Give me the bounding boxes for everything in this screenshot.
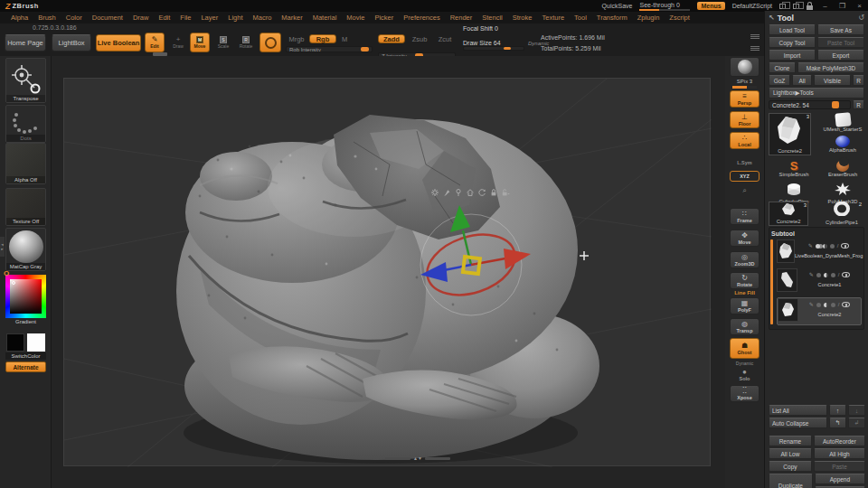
tool-item[interactable]: AlphaBrush [821, 136, 864, 154]
subtool-scroll-indicator[interactable] [770, 239, 773, 324]
boolean-intersect-icon[interactable] [831, 303, 835, 307]
zsub-button[interactable]: Zsub [408, 34, 431, 43]
tool-item[interactable]: UMesh_StarterS [821, 113, 864, 133]
subtool-row[interactable]: ✎ / Concrete1 [777, 268, 862, 296]
move-view-button[interactable]: ✥Move [730, 230, 760, 247]
make-polymesh3d-button[interactable]: Make PolyMesh3D [797, 62, 864, 73]
paste-subtool-button[interactable]: Paste [814, 461, 865, 472]
quicksave-button[interactable]: QuickSave [602, 3, 633, 9]
clone-button[interactable]: Clone [769, 62, 796, 73]
see-through-slider[interactable]: See-through 0 [639, 2, 690, 11]
layer-group-icon[interactable] [779, 4, 786, 9]
bottom-tray-divider[interactable]: ▲▼ [385, 456, 450, 461]
visibility-eye-icon[interactable] [842, 272, 850, 277]
color-ring-icon[interactable]: O [4, 269, 9, 277]
polypaint-icon[interactable]: / [838, 272, 840, 277]
gizmo-unlock-icon[interactable] [501, 188, 510, 197]
boolean-intersect-icon[interactable] [830, 244, 835, 249]
default-zscript-button[interactable]: DefaultZScript [732, 3, 772, 9]
boolean-union-icon[interactable] [816, 303, 821, 307]
goz-all-button[interactable]: All [792, 75, 812, 86]
polyframe-button[interactable]: ▦PolyF [730, 297, 760, 314]
menu-item[interactable]: Document [92, 14, 123, 22]
tool-panel-reset-icon[interactable]: ↺ [858, 14, 864, 22]
color-picker[interactable]: O Gradient [5, 273, 46, 325]
menu-item[interactable]: Preferences [403, 14, 439, 22]
edit-button[interactable]: ✎ Edit [145, 33, 165, 52]
secondary-color-swatch[interactable] [27, 333, 45, 352]
toolbar-mini-slider-2-icon[interactable] [750, 46, 760, 53]
menu-item[interactable]: Texture [542, 14, 564, 22]
focal-shift-knob[interactable] [504, 47, 511, 50]
tool-item[interactable]: S SimpleBrush [772, 160, 816, 178]
scale-button[interactable]: S Scale [213, 33, 233, 52]
menu-item[interactable]: Zplugin [637, 14, 660, 22]
rotate-view-button[interactable]: ↻Rotate [730, 272, 760, 289]
tool-item[interactable]: 3 Concrete2 [769, 202, 808, 226]
menu-item[interactable]: Material [313, 14, 337, 22]
move-subtool-up-button[interactable]: ↑ [829, 405, 846, 416]
rgb-intensity-slider[interactable]: Rgb Intensity [286, 46, 373, 52]
subtool-row[interactable]: ✎ / LiveBoolean_DynaMesh_Frog [777, 239, 862, 267]
ghost-button[interactable]: ☗Ghost [730, 338, 760, 359]
current-brush-button[interactable] [259, 33, 281, 52]
menu-item[interactable]: Alpha [11, 14, 28, 22]
all-high-button[interactable]: All High [814, 448, 865, 459]
menu-item[interactable]: Movie [346, 14, 364, 22]
visibility-eye-icon[interactable] [841, 243, 849, 249]
rotate-button[interactable]: R Rotate [236, 33, 256, 52]
goz-visible-button[interactable]: Visible [814, 75, 851, 86]
menu-item[interactable]: Zscript [669, 14, 690, 22]
rgb-intensity-knob[interactable] [361, 47, 369, 52]
tray-handle-top[interactable] [153, 52, 167, 56]
collapse-icon-button[interactable]: ↰ [829, 418, 846, 428]
frog-model[interactable] [176, 115, 599, 464]
tool-item[interactable]: EraserBrush [821, 160, 864, 178]
sv-square[interactable] [10, 279, 42, 314]
subtool-brush-icon[interactable]: ✎ [808, 243, 813, 249]
see-through-track[interactable] [639, 9, 690, 11]
tool-item[interactable]: 2 CylinderPipe1 [819, 202, 864, 226]
stroke-dots-button[interactable]: Dots [5, 105, 46, 143]
menu-item[interactable]: Macro [252, 14, 271, 22]
live-boolean-button[interactable]: Live Boolean [96, 34, 141, 52]
texture-off-button[interactable]: Texture Off [5, 188, 46, 226]
menu-item[interactable]: Draw [133, 14, 149, 22]
menu-item[interactable]: Render [450, 14, 473, 22]
restore-button[interactable]: ❒ [837, 2, 847, 10]
import-button[interactable]: Import [769, 50, 816, 61]
lsym-button[interactable]: L.Sym [730, 155, 760, 170]
alternate-button[interactable]: Alternate [5, 361, 46, 372]
toolbar-mini-slider-icon[interactable] [750, 34, 760, 42]
save-as-button[interactable]: Save As [817, 24, 864, 35]
menu-item[interactable]: Tool [574, 14, 587, 22]
menu-item[interactable]: Stroke [513, 14, 533, 22]
zadd-button[interactable]: Zadd [378, 34, 405, 43]
gizmo-pin-icon[interactable] [442, 188, 451, 197]
expand-icon-button[interactable]: ↲ [848, 418, 865, 428]
tool-select-knob[interactable] [832, 101, 839, 108]
transpose-button[interactable]: Transpose [5, 58, 46, 103]
menu-item[interactable]: Edit [158, 14, 170, 22]
focal-shift-slider[interactable] [463, 46, 524, 51]
subtool-brush-icon[interactable]: ✎ [809, 272, 814, 277]
rename-button[interactable]: Rename [769, 436, 812, 446]
shelf-divider-handle[interactable]: ◄► [0, 237, 5, 257]
list-all-button[interactable]: List All [769, 405, 827, 416]
subtool-row-selected[interactable]: ✎ / Concrete2 [777, 297, 862, 325]
switch-color-widget[interactable]: SwitchColor [5, 329, 46, 360]
main-color-swatch[interactable] [6, 333, 24, 352]
move-button[interactable]: M Move [190, 33, 210, 52]
menu-item[interactable]: Light [228, 14, 242, 22]
bpr-render-button[interactable] [730, 57, 760, 77]
boolean-union-icon[interactable] [816, 273, 821, 277]
local-button[interactable]: ∴Local [730, 132, 760, 149]
auto-collapse-button[interactable]: Auto Collapse [769, 418, 827, 428]
all-low-button[interactable]: All Low [769, 448, 812, 459]
move-subtool-down-button[interactable]: ↓ [848, 405, 865, 416]
menu-item[interactable]: Stencil [482, 14, 503, 22]
append-button[interactable]: Append [815, 474, 865, 484]
polypaint-icon[interactable]: / [838, 302, 840, 307]
duplicate-button[interactable]: Duplicate [769, 474, 813, 488]
draw-button[interactable]: + Draw [168, 33, 188, 52]
